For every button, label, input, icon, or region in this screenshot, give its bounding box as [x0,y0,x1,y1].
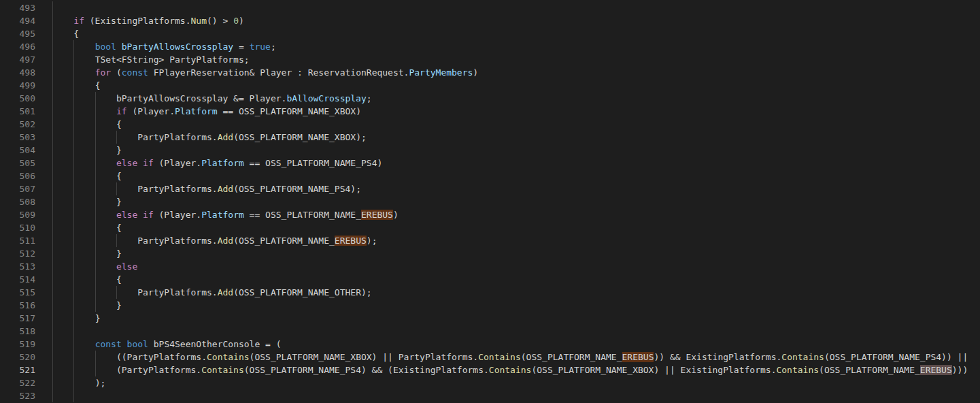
code-line[interactable]: 505 else if (Player.Platform == OSS_PLAT… [0,157,980,170]
code-tokens: } [52,313,100,323]
indent-guide [73,92,74,105]
code-line[interactable]: 509 else if (Player.Platform == OSS_PLAT… [0,208,980,221]
line-number[interactable]: 515 [0,286,35,299]
code-line[interactable]: 499 { [0,79,980,92]
indent-guide [73,389,74,402]
indent-guide [73,312,74,325]
code-line[interactable]: 516 } [0,299,980,312]
code-line[interactable]: 521 (PartyPlatforms.Contains(OSS_PLATFOR… [0,364,980,376]
code-line[interactable]: 517 } [0,312,980,325]
code-editor[interactable]: 493494 if (ExistingPlatforms.Num() > 0)4… [0,0,980,403]
token: PartyPlatforms. [137,132,217,142]
token: == OSS_PLATFORM_NAME_PS4) [244,158,383,168]
code-line[interactable]: 520 ((PartyPlatforms.Contains(OSS_PLATFO… [0,351,980,364]
line-number[interactable]: 499 [0,79,35,92]
line-number[interactable]: 509 [0,208,35,221]
code-tokens: { [52,171,122,181]
code-line[interactable]: 501 if (Player.Platform == OSS_PLATFORM_… [0,105,980,118]
code-line[interactable]: 503 PartyPlatforms.Add(OSS_PLATFORM_NAME… [0,131,980,144]
line-number[interactable]: 511 [0,234,35,247]
indent-guide [73,182,74,195]
token: TSet<FString> PartyPlatforms; [95,54,250,65]
line-number[interactable]: 510 [0,221,35,234]
code-line[interactable]: 523 [0,389,980,402]
indent-guide [95,286,96,299]
code-line[interactable]: 498 for (const FPlayerReservation& Playe… [0,66,980,79]
indent-guide [95,195,96,208]
line-number[interactable]: 502 [0,118,35,131]
indent-guide [95,92,96,105]
code-line[interactable]: 518 [0,325,980,338]
indent-guide [73,325,74,338]
token: ); [367,236,377,246]
code-line[interactable]: 507 PartyPlatforms.Add(OSS_PLATFORM_NAME… [0,182,980,195]
code-line[interactable]: 511 PartyPlatforms.Add(OSS_PLATFORM_NAME… [0,234,980,247]
token [116,42,122,52]
line-number[interactable]: 505 [0,157,35,170]
token: bAllowCrossplay [286,93,366,103]
token: if [116,106,127,116]
line-number[interactable]: 503 [0,131,35,144]
indent-guide [52,157,53,170]
search-match-highlight: EREBUS [920,365,952,375]
code-text: PartyPlatforms.Add(OSS_PLATFORM_NAME_ERE… [52,234,980,247]
line-number[interactable]: 496 [0,40,35,53]
line-number[interactable]: 498 [0,66,35,79]
line-number[interactable]: 506 [0,170,35,182]
line-number[interactable]: 521 [0,364,35,376]
line-number[interactable]: 508 [0,195,35,208]
code-line[interactable]: 513 else [0,260,980,273]
indent-guide [52,208,53,221]
line-number[interactable]: 516 [0,299,35,312]
token: (OSS_PLATFORM_NAME_PS4)) || [824,352,968,362]
line-number[interactable]: 517 [0,312,35,325]
code-line[interactable]: 500 bPartyAllowsCrossplay &= Player.bAll… [0,92,980,105]
code-line[interactable]: 494 if (ExistingPlatforms.Num() > 0) [0,14,980,27]
line-number[interactable]: 523 [0,389,35,402]
code-line[interactable]: 497 TSet<FString> PartyPlatforms; [0,53,980,66]
code-line[interactable]: 502 { [0,118,980,131]
line-number[interactable]: 519 [0,338,35,351]
indent-guide [52,144,53,157]
indent-guide [52,247,53,260]
code-line[interactable]: 512 } [0,247,980,260]
indent-guide [52,66,53,79]
indent-guide [73,338,74,351]
line-number[interactable]: 514 [0,273,35,286]
code-line[interactable]: 504 } [0,144,980,157]
line-number[interactable]: 500 [0,92,35,105]
code-text: if (ExistingPlatforms.Num() > 0) [52,14,980,27]
line-number[interactable]: 501 [0,105,35,118]
line-number[interactable]: 495 [0,27,35,40]
code-line[interactable]: 495 { [0,27,980,40]
token: (OSS_PLATFORM_NAME_ [233,236,335,246]
code-tokens: PartyPlatforms.Add(OSS_PLATFORM_NAME_OTH… [52,287,372,297]
line-number[interactable]: 513 [0,260,35,273]
code-line[interactable]: 522 ); [0,376,980,389]
code-tokens: { [52,119,122,129]
code-text: else if (Player.Platform == OSS_PLATFORM… [52,208,980,221]
code-tokens [52,391,73,401]
code-line[interactable]: 515 PartyPlatforms.Add(OSS_PLATFORM_NAME… [0,286,980,299]
token: Contains [489,365,532,375]
line-number[interactable]: 507 [0,182,35,195]
code-line[interactable]: 496 bool bPartyAllowsCrossplay = true; [0,40,980,53]
line-number[interactable]: 494 [0,14,35,27]
code-tokens: else if (Player.Platform == OSS_PLATFORM… [52,158,382,168]
line-number[interactable]: 504 [0,144,35,157]
line-number[interactable]: 520 [0,351,35,364]
line-number[interactable]: 512 [0,247,35,260]
line-number[interactable]: 518 [0,325,35,338]
line-number[interactable]: 493 [0,1,35,14]
token: if [73,16,84,26]
code-line[interactable]: 493 [0,1,980,14]
line-number[interactable]: 497 [0,53,35,66]
indent-guide [73,79,74,92]
code-line[interactable]: 510 { [0,221,980,234]
line-number[interactable]: 522 [0,376,35,389]
code-line[interactable]: 508 } [0,195,980,208]
code-line[interactable]: 514 { [0,273,980,286]
indent-guide [95,144,96,157]
code-line[interactable]: 519 const bool bPS4SeenOtherConsole = ( [0,338,980,351]
code-line[interactable]: 506 { [0,170,980,182]
